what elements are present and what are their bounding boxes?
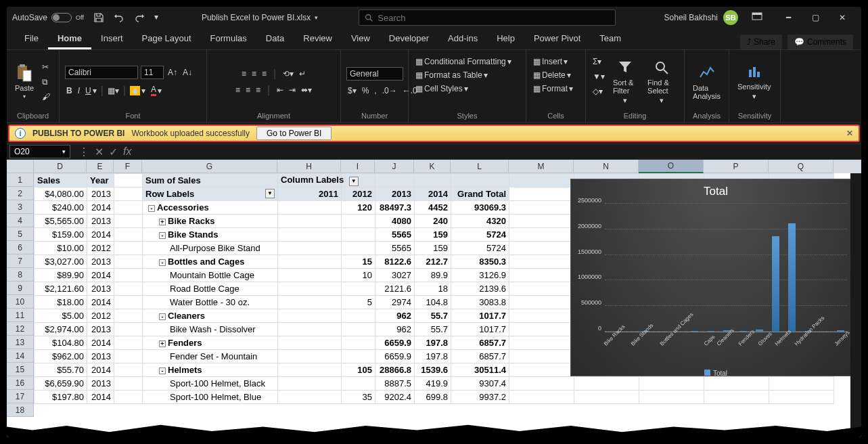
tab-developer[interactable]: Developer (380, 29, 438, 49)
row-header-17[interactable]: 17 (7, 390, 34, 403)
font-size-select[interactable] (141, 66, 164, 79)
align-middle-icon[interactable]: ≡ (250, 68, 258, 80)
redo-icon[interactable] (134, 12, 145, 23)
autosum-icon[interactable]: Σ▾ (591, 56, 606, 68)
tab-add-ins[interactable]: Add-ins (438, 29, 487, 49)
decrease-font-icon[interactable]: A↓ (181, 66, 193, 79)
fill-color-button[interactable]: ◆▾ (129, 85, 147, 97)
filename-dropdown-icon[interactable]: ▾ (315, 14, 318, 21)
data-analysis-button[interactable]: Data Analysis (690, 53, 723, 110)
row-header-6[interactable]: 6 (7, 241, 34, 254)
bold-button[interactable]: B (65, 85, 74, 97)
col-header-I[interactable]: I (341, 160, 375, 173)
cut-icon[interactable]: ✂ (41, 61, 51, 73)
tab-formulas[interactable]: Formulas (201, 29, 256, 49)
go-to-powerbi-button[interactable]: Go to Power BI (256, 127, 332, 140)
row-header-7[interactable]: 7 (7, 254, 34, 268)
tab-data[interactable]: Data (256, 29, 294, 49)
name-box[interactable]: O20▾ (9, 145, 70, 158)
row-header-1[interactable]: 1 (7, 173, 34, 187)
format-cells-button[interactable]: ▦ Format ▾ (532, 83, 580, 95)
row-header-14[interactable]: 14 (7, 349, 34, 363)
clear-icon[interactable]: ◇▾ (591, 85, 606, 97)
col-header-J[interactable]: J (375, 160, 414, 173)
close-button[interactable]: ✕ (829, 8, 856, 27)
align-left-icon[interactable]: ≡ (234, 84, 242, 96)
tab-help[interactable]: Help (487, 29, 524, 49)
search-box[interactable] (359, 9, 616, 26)
col-header-Q[interactable]: Q (769, 160, 833, 173)
row-header-16[interactable]: 16 (7, 376, 34, 390)
copy-icon[interactable]: ⧉ (41, 76, 51, 88)
border-button[interactable]: ▦▾ (106, 85, 120, 97)
avatar[interactable]: SB (723, 10, 738, 25)
align-center-icon[interactable]: ≡ (244, 84, 252, 96)
save-icon[interactable] (93, 12, 104, 23)
orientation-icon[interactable]: ⟲▾ (281, 68, 295, 80)
currency-icon[interactable]: $▾ (346, 85, 358, 97)
chart[interactable]: Total 0500000100000015000002000000250000… (570, 179, 861, 376)
enter-formula-icon[interactable]: ✓ (109, 146, 118, 158)
row-header-18[interactable]: 18 (7, 403, 34, 417)
notice-close-icon[interactable]: ✕ (846, 129, 853, 138)
share-button[interactable]: ⤴Share (740, 35, 782, 49)
row-header-8[interactable]: 8 (7, 268, 34, 282)
tab-review[interactable]: Review (294, 29, 342, 49)
align-bottom-icon[interactable]: ≡ (260, 68, 268, 80)
wrap-text-icon[interactable]: ↵ (298, 68, 307, 80)
row-header-9[interactable]: 9 (7, 282, 34, 295)
formula-input[interactable] (137, 147, 861, 157)
percent-icon[interactable]: % (361, 85, 371, 97)
formula-menu-icon[interactable]: ⋮ (78, 146, 89, 158)
increase-font-icon[interactable]: A↑ (166, 66, 179, 79)
tab-home[interactable]: Home (48, 29, 91, 49)
fx-icon[interactable]: fx (123, 146, 131, 158)
tab-file[interactable]: File (15, 29, 48, 49)
col-header-H[interactable]: H (277, 160, 341, 173)
undo-icon[interactable] (114, 12, 124, 23)
col-header-M[interactable]: M (509, 160, 574, 173)
conditional-formatting-button[interactable]: ▦ Conditional Formatting ▾ (414, 56, 520, 68)
ribbon-display-icon[interactable] (752, 12, 762, 23)
row-header-2[interactable]: 2 (7, 187, 34, 200)
maximize-button[interactable]: ▢ (802, 8, 829, 27)
font-color-button[interactable]: A▾ (150, 83, 163, 97)
tab-view[interactable]: View (342, 29, 380, 49)
italic-button[interactable]: I (76, 85, 81, 97)
row-header-3[interactable]: 3 (7, 200, 34, 214)
tab-power-pivot[interactable]: Power Pivot (524, 29, 590, 49)
increase-decimal-icon[interactable]: .0→ (381, 85, 398, 97)
sensitivity-button[interactable]: Sensitivity▾ (735, 53, 774, 110)
row-header-10[interactable]: 10 (7, 295, 34, 309)
search-input[interactable] (378, 13, 610, 23)
username[interactable]: Soheil Bakhshi (664, 13, 718, 22)
format-as-table-button[interactable]: ▦ Format as Table ▾ (414, 69, 520, 81)
row-header-13[interactable]: 13 (7, 336, 34, 349)
col-header-K[interactable]: K (414, 160, 451, 173)
delete-cells-button[interactable]: ▦ Delete ▾ (532, 69, 580, 81)
row-header-12[interactable]: 12 (7, 322, 34, 336)
decrease-indent-icon[interactable]: ⇤ (275, 84, 285, 96)
col-header-G[interactable]: G (142, 160, 277, 173)
tab-team[interactable]: Team (590, 29, 631, 49)
number-format-select[interactable] (346, 67, 403, 81)
merge-icon[interactable]: ⬌▾ (300, 84, 313, 96)
sort-filter-button[interactable]: Sort & Filter▾ (610, 53, 641, 110)
col-header-L[interactable]: L (451, 160, 509, 173)
select-all-corner[interactable] (7, 160, 34, 173)
insert-cells-button[interactable]: ▦ Insert ▾ (532, 56, 580, 68)
underline-button[interactable]: U▾ (84, 85, 98, 97)
col-header-P[interactable]: P (704, 160, 769, 173)
cancel-formula-icon[interactable]: ✕ (95, 146, 104, 158)
align-top-icon[interactable]: ≡ (240, 68, 248, 80)
col-header-E[interactable]: E (87, 160, 114, 173)
col-header-O[interactable]: O (639, 160, 704, 173)
comments-button[interactable]: 💬Comments (787, 35, 853, 49)
comma-icon[interactable]: , (373, 85, 378, 97)
qat-customize-icon[interactable]: ▾ (154, 12, 161, 23)
increase-indent-icon[interactable]: ⇥ (288, 84, 297, 96)
row-header-11[interactable]: 11 (7, 309, 34, 322)
format-painter-icon[interactable]: 🖌 (41, 91, 51, 103)
col-header-F[interactable]: F (114, 160, 142, 173)
row-header-15[interactable]: 15 (7, 363, 34, 376)
